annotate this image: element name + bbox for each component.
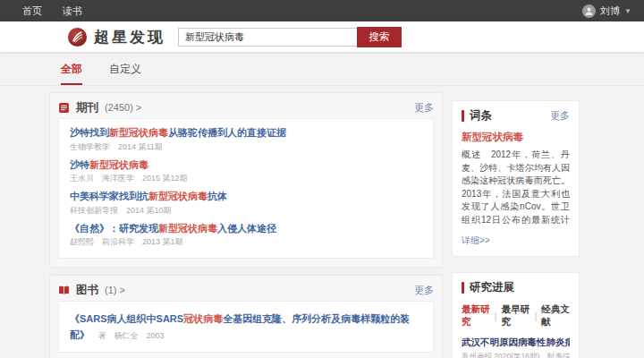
tab-earliest-research[interactable]: 最早研究 [502, 303, 530, 328]
tab-all[interactable]: 全部 [61, 62, 82, 85]
entry-title: 词条 [470, 108, 492, 124]
user-avatar [582, 4, 596, 18]
book-item: 《SARS病人组织中SARS冠状病毒全基因组克隆、序列分析及病毒样颗粒的装配》 … [70, 307, 422, 345]
main-column: 期刊 (2450) > 更多 沙特找到新型冠状病毒从骆驼传播到人的直接证据 生物… [49, 92, 443, 358]
search-button[interactable]: 搜索 [357, 27, 402, 47]
header: 超星发现 搜索 [0, 21, 644, 52]
book-icon [58, 285, 70, 296]
journal-item-title[interactable]: 中美科学家找到抗新型冠状病毒抗体 [70, 191, 422, 202]
books-list: 《SARS病人组织中SARS冠状病毒全基因组克隆、序列分析及病毒样颗粒的装配》 … [58, 301, 434, 353]
tab-separator: | [495, 311, 497, 321]
nav-item-reading[interactable]: 读书 [63, 4, 82, 18]
tab-separator: | [534, 311, 537, 321]
progress-title: 研究进展 [470, 280, 514, 295]
progress-tabs: 最新研究 | 最早研究 | 经典文献 [462, 303, 570, 328]
books-more-link[interactable]: 更多 [414, 284, 434, 297]
progress-item: 武汉不明原因病毒性肺炎病原体 ... 贵州画报 2020(第16期) 时事综述 [462, 337, 570, 358]
journal-item-meta: 生物学教学 2014 第11期 [70, 141, 422, 153]
journal-item: 《自然》：研究发现新型冠状病毒入侵人体途径 赵熙熙 前沿科学 2013 第1期 [70, 220, 422, 252]
entry-description: 概述 2012年，荷兰、丹麦、沙特、卡塔尔均有人因感染这种冠状病毒而死亡。201… [462, 149, 570, 227]
journal-item-meta: 王水川 海洋医学 2015 第12期 [70, 173, 422, 184]
books-header: 图书 (1) > 更多 [58, 279, 434, 301]
books-section: 图书 (1) > 更多 《SARS病人组织中SARS冠状病毒全基因组克隆、序列分… [49, 275, 443, 358]
top-nav: 首页 读书 [22, 4, 82, 18]
brand-name: 超星发现 [94, 27, 165, 47]
journal-item: 沙特新型冠状病毒 王水川 海洋医学 2015 第12期 [70, 157, 422, 189]
progress-item-title[interactable]: 武汉不明原因病毒性肺炎病原体 ... [462, 337, 570, 349]
top-bar: 首页 读书 刘博 ▼ [0, 0, 644, 21]
search-bar: 搜索 [178, 27, 402, 47]
books-count[interactable]: (1) > [105, 285, 125, 295]
journals-section: 期刊 (2450) > 更多 沙特找到新型冠状病毒从骆驼传播到人的直接证据 生物… [49, 92, 443, 268]
books-title: 图书 [76, 283, 98, 298]
entry-detail-link[interactable]: 详细>> [462, 234, 570, 247]
progress-item-meta: 贵州画报 2020(第16期) 时事综述 [462, 352, 570, 358]
entry-more-link[interactable]: 更多 [550, 109, 570, 123]
journals-list: 沙特找到新型冠状病毒从骆驼传播到人的直接证据 生物学教学 2014 第11期 沙… [58, 118, 434, 259]
entry-header: 词条 更多 [462, 108, 570, 124]
content: 期刊 (2450) > 更多 沙特找到新型冠状病毒从骆驼传播到人的直接证据 生物… [0, 86, 644, 358]
journal-item-title[interactable]: 沙特找到新型冠状病毒从骆驼传播到人的直接证据 [70, 127, 422, 139]
book-item-meta: 著 杨仁全 2003 [97, 331, 164, 340]
journals-more-link[interactable]: 更多 [414, 101, 434, 115]
user-menu[interactable]: 刘博 ▼ [582, 4, 631, 18]
tab-latest-research[interactable]: 最新研究 [462, 303, 490, 328]
journals-header: 期刊 (2450) > 更多 [58, 97, 434, 118]
journal-item-meta: 科技创新导报 2014 第10期 [70, 205, 422, 217]
progress-card: 研究进展 最新研究 | 最早研究 | 经典文献 武汉不明原因病毒性肺炎病原体 .… [452, 272, 580, 358]
journal-item: 中美科学家找到抗新型冠状病毒抗体 科技创新导报 2014 第10期 [70, 188, 422, 220]
journals-title: 期刊 [76, 100, 98, 115]
user-name: 刘博 [600, 4, 620, 18]
entry-term-link[interactable]: 新型冠状病毒 [462, 131, 570, 144]
entry-card: 词条 更多 新型冠状病毒 概述 2012年，荷兰、丹麦、沙特、卡塔尔均有人因感染… [452, 100, 580, 257]
journals-count[interactable]: (2450) > [105, 102, 141, 113]
journal-item-title[interactable]: 《自然》：研究发现新型冠状病毒入侵人体途径 [70, 223, 422, 234]
journal-icon [58, 102, 70, 114]
tab-custom[interactable]: 自定义 [109, 62, 141, 85]
search-input[interactable] [178, 28, 357, 47]
sidebar: 词条 更多 新型冠状病毒 概述 2012年，荷兰、丹麦、沙特、卡塔尔均有人因感染… [452, 92, 580, 358]
chaoxing-logo-icon [67, 27, 88, 47]
brand[interactable]: 超星发现 [67, 27, 165, 47]
progress-header: 研究进展 [462, 280, 570, 295]
scope-tabs: 全部 自定义 [0, 52, 644, 86]
nav-item-home[interactable]: 首页 [22, 4, 42, 18]
tab-classic-literature[interactable]: 经典文献 [541, 303, 570, 328]
chevron-down-icon: ▼ [624, 7, 631, 15]
red-bar-icon [462, 282, 464, 294]
journal-item-meta: 赵熙熙 前沿科学 2013 第1期 [70, 236, 422, 248]
red-bar-icon [462, 110, 464, 122]
journal-item-title[interactable]: 沙特新型冠状病毒 [70, 159, 422, 171]
journal-item: 沙特找到新型冠状病毒从骆驼传播到人的直接证据 生物学教学 2014 第11期 [70, 124, 422, 157]
